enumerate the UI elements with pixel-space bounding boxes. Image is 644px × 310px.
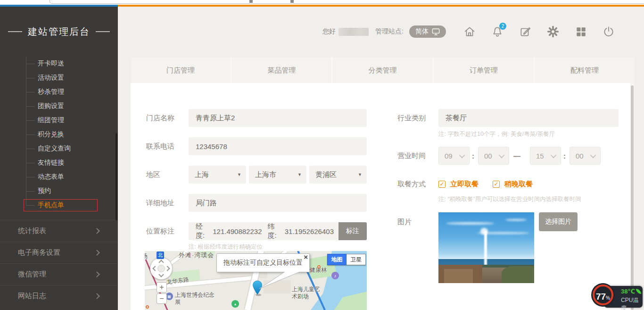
form-panel: 门店名称 青青原上草2 联系电话 12345678 地区 上海▼ 上海市▼ 黄浦…	[131, 83, 630, 310]
sidebar-sections: 统计报表 电子商务设置 微信管理 网站日志	[0, 220, 118, 307]
main-area: 您好 管理站点: 简体 2	[118, 7, 644, 310]
pickup-note: 注: “稍晚取餐”用户可以选择在营业时间内选择取餐时间	[438, 195, 581, 203]
chevron-right-icon	[94, 293, 100, 299]
map-zoom-out-button[interactable]: −	[157, 293, 167, 304]
app-title: 建站管理后台	[0, 7, 118, 57]
sidebar-menu: 开卡即送 活动设置 秒杀管理 团购设置 组团管理 积分兑换 自定义查询 友情链接…	[0, 57, 118, 220]
sidebar-section-ecommerce[interactable]: 电子商务设置	[0, 242, 118, 263]
browser-edge-strip	[0, 0, 644, 5]
map-pan-control[interactable]	[150, 257, 173, 280]
content-scrollbar[interactable]	[630, 83, 634, 310]
park-poi-icon[interactable]: ▲	[231, 300, 239, 308]
pan-left-arrow[interactable]	[152, 266, 157, 271]
sidebar-item-points[interactable]: 积分兑换	[0, 127, 118, 142]
dropdown-arrow-icon: ▼	[237, 172, 241, 177]
edit-button[interactable]	[519, 25, 531, 38]
pan-down-arrow[interactable]	[158, 272, 164, 277]
chevron-down-icon	[459, 152, 465, 158]
sidebar-item-links[interactable]: 友情链接	[0, 156, 118, 170]
settings-button[interactable]	[546, 25, 559, 38]
pan-up-arrow[interactable]	[158, 260, 164, 265]
map-label-waitan: 外滩·湾璞会	[179, 251, 214, 259]
tab-dish-management[interactable]: 菜品管理	[231, 58, 331, 83]
industry-input[interactable]: 茶餐厅	[438, 109, 619, 127]
open-hour-select[interactable]: 09	[438, 147, 470, 165]
dropdown-arrow-icon: ▼	[297, 172, 302, 177]
sidebar-item-activity[interactable]: 活动设置	[0, 71, 118, 85]
pickup-later-checkbox[interactable]: ✓	[493, 181, 500, 188]
power-icon	[603, 25, 615, 38]
loading-bar-blue	[0, 5, 118, 7]
address-input[interactable]: 局门路	[189, 194, 367, 212]
home-icon	[463, 25, 476, 38]
sidebar: 建站管理后台 开卡即送 活动设置 秒杀管理 团购设置 组团管理 积分兑换 自定义…	[0, 7, 118, 310]
map-type-map-button[interactable]: 地图	[327, 254, 347, 265]
north-badge: 北	[157, 251, 164, 259]
tab-store-management[interactable]: 门店管理	[131, 58, 231, 83]
map-zoom-in-button[interactable]: +	[157, 282, 167, 293]
store-photo	[438, 212, 534, 283]
store-name-input[interactable]: 青青原上草2	[189, 109, 367, 127]
map-widget[interactable]: 场 外滩·湾璞会 龙华东路 ▦ 上海世博会纪念展 健康林 上海儿童艺术剧场 ♪ …	[145, 251, 367, 310]
close-minute-select[interactable]: 00	[570, 147, 601, 165]
map-type-toggle: 地图 卫星	[327, 254, 366, 265]
sidebar-section-wechat[interactable]: 微信管理	[0, 263, 118, 285]
notifications-button[interactable]: 2	[491, 25, 504, 38]
location-note: 注: 根据经纬度进行精确定位	[189, 243, 263, 251]
content-scrollbar-thumb[interactable]	[631, 85, 634, 310]
sidebar-scrollbar[interactable]	[116, 133, 117, 220]
map-label-children-theater: 上海儿童艺术剧场	[292, 286, 322, 300]
sidebar-section-site-log[interactable]: 网站日志	[0, 285, 118, 307]
city-select[interactable]: 上海市▼	[249, 166, 306, 184]
tooltip-close-icon[interactable]: ×	[304, 253, 308, 260]
manage-site-label: 管理站点:	[375, 27, 404, 36]
map-type-satellite-button[interactable]: 卫星	[347, 254, 366, 265]
pickup-now-label[interactable]: 立即取餐	[450, 180, 479, 189]
choose-image-button[interactable]: 选择图片	[539, 212, 578, 231]
mark-location-button[interactable]: 标注	[339, 222, 367, 240]
greeting-text: 您好	[322, 27, 336, 36]
phone-label: 联系电话	[146, 137, 174, 155]
sidebar-item-custom-query[interactable]: 自定义查询	[0, 142, 118, 156]
cpu-temp-block: 38℃ CPU温度	[621, 288, 643, 310]
sidebar-item-groupbuy[interactable]: 团购设置	[0, 99, 118, 113]
latitude-label: 纬度:	[268, 222, 282, 240]
language-preview-button[interactable]: 简体	[409, 25, 446, 38]
sidebar-item-mobile-order-active[interactable]: 手机点单	[0, 198, 118, 212]
topbar: 您好 管理站点: 简体 2	[118, 7, 644, 57]
district-select[interactable]: 黄浦区▼	[309, 166, 367, 184]
hours-colon: :	[563, 147, 566, 165]
phone-input[interactable]: 12345678	[189, 137, 367, 155]
open-minute-select[interactable]: 00	[478, 147, 509, 165]
chevron-down-icon	[499, 152, 505, 158]
logout-button[interactable]	[602, 25, 615, 38]
sidebar-item-card-gift[interactable]: 开卡即送	[0, 57, 118, 71]
music-poi-icon[interactable]: ♪	[331, 272, 339, 279]
industry-label: 行业类别	[397, 109, 426, 127]
sidebar-item-seckill[interactable]: 秒杀管理	[0, 85, 118, 99]
pickup-label: 取餐方式	[397, 175, 426, 193]
store-name-label: 门店名称	[146, 109, 174, 127]
tab-ingredient-management[interactable]: 配料管理	[534, 58, 635, 83]
pickup-now-checkbox[interactable]: ✓	[438, 181, 446, 188]
sidebar-item-dynamic-form[interactable]: 动态表单	[0, 170, 118, 184]
tab-order-management[interactable]: 订单管理	[433, 58, 534, 83]
pickup-later-label[interactable]: 稍晚取餐	[504, 180, 533, 189]
sidebar-section-reports[interactable]: 统计报表	[0, 220, 118, 242]
cpu-temp-value: 38℃	[621, 288, 635, 295]
pan-right-arrow[interactable]	[165, 266, 170, 271]
location-field[interactable]: 经度: 121.490882232 纬度: 31.1952626403 标注	[189, 222, 367, 240]
province-select[interactable]: 上海▼	[189, 166, 246, 184]
apps-button[interactable]	[574, 25, 587, 38]
map-tooltip: 拖动标注可自定义目标位置 ×	[216, 253, 310, 272]
hours-colon: :	[472, 147, 474, 165]
browser-urlbar-bottom	[50, 0, 644, 4]
map-pin-icon[interactable]	[252, 280, 263, 296]
sidebar-item-group[interactable]: 组团管理	[0, 113, 118, 127]
home-button[interactable]	[463, 25, 476, 38]
cpu-monitor-widget[interactable]: 77 % 38℃ CPU温度	[593, 285, 643, 309]
cpu-temp-label: CPU温度	[621, 296, 643, 310]
close-hour-select[interactable]: 15	[530, 147, 561, 165]
sidebar-item-reservation[interactable]: 预约	[0, 184, 118, 198]
tab-category-management[interactable]: 分类管理	[331, 58, 432, 83]
